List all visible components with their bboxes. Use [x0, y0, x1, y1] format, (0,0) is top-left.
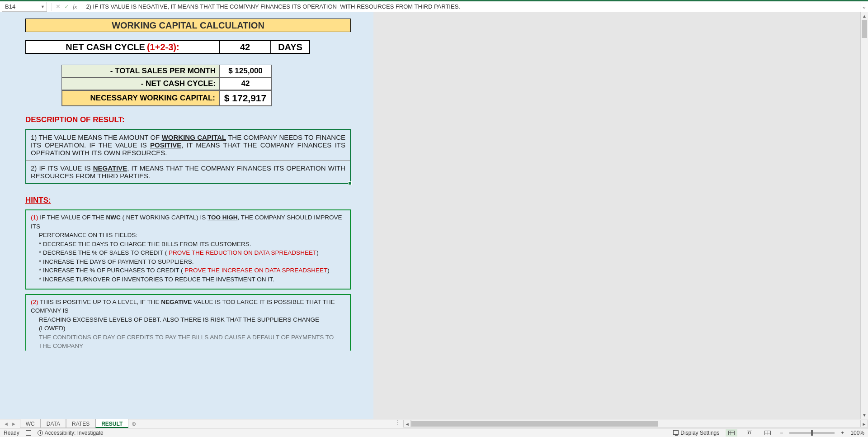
- tab-nav-prev-icon[interactable]: ◄: [4, 421, 9, 427]
- table-row: - TOTAL SALES PER MONTH $ 125,000: [61, 65, 272, 77]
- zoom-level[interactable]: 100%: [850, 430, 864, 436]
- description-block[interactable]: 1) THE VALUE MEANS THE AMOUNT OF WORKING…: [25, 129, 351, 184]
- accessibility-label: Accessibility: Investigate: [45, 430, 104, 436]
- net-cash-cycle-row: NET CASH CYCLE (1+2-3): 42 DAYS: [25, 40, 373, 54]
- hint-line: * DECREASE THE DAYS TO CHARGE THE BILLS …: [39, 240, 345, 249]
- expand-formula-button[interactable]: ⌄: [860, 2, 868, 12]
- scroll-track[interactable]: [411, 420, 860, 428]
- hint-line: REACHING EXCESSIVE LEVELS OF DEBT. ALSO …: [39, 315, 345, 333]
- display-settings-button[interactable]: Display Settings: [673, 430, 719, 436]
- tab-nav-buttons[interactable]: ◄ ►: [0, 419, 20, 428]
- work-area: WORKING CAPITAL CALCULATION NET CASH CYC…: [0, 12, 868, 419]
- worksheet-result[interactable]: WORKING CAPITAL CALCULATION NET CASH CYC…: [0, 12, 373, 419]
- zoom-slider[interactable]: [789, 432, 835, 434]
- tab-nav-next-icon[interactable]: ►: [11, 421, 16, 427]
- hint-line: * INCREASE THE DAYS OF PAYMENT TO SUPPLI…: [39, 257, 345, 266]
- ncc-mini-label: - NET CASH CYCLE:: [61, 77, 220, 90]
- view-page-layout-button[interactable]: [744, 429, 755, 437]
- view-page-break-button[interactable]: [762, 429, 774, 437]
- tab-result[interactable]: RESULT: [95, 419, 128, 428]
- vertical-scrollbar[interactable]: ▲ ▼: [860, 12, 868, 419]
- tab-data[interactable]: DATA: [41, 419, 66, 428]
- hint-line: * INCREASE TURNOVER OF INVENTORIES TO RE…: [39, 275, 345, 284]
- table-row: - NET CASH CYCLE: 42: [61, 77, 272, 90]
- description-2[interactable]: 2) IF ITS VALUE IS NEGATIVE, IT MEANS TH…: [26, 161, 350, 183]
- formula-bar-buttons: ✕ ✓ fx: [52, 3, 80, 11]
- tab-rates[interactable]: RATES: [66, 419, 95, 428]
- horizontal-scrollbar[interactable]: ◄ ►: [403, 419, 868, 428]
- scroll-thumb[interactable]: [862, 20, 867, 38]
- formula-input[interactable]: [84, 2, 860, 12]
- name-box[interactable]: B14 ▼: [2, 2, 47, 12]
- sheet-tabs: WC DATA RATES RESULT: [20, 419, 128, 428]
- macro-record-icon[interactable]: [26, 430, 31, 436]
- total-sales-value: $ 125,000: [220, 65, 272, 77]
- table-row: NECESSARY WORKING CAPITAL: $ 172,917: [61, 90, 272, 106]
- cancel-icon[interactable]: ✕: [56, 3, 61, 10]
- monitor-icon: [673, 430, 679, 435]
- sheet-tab-bar: ◄ ► WC DATA RATES RESULT ⊕ ⋮ ◄ ►: [0, 419, 868, 428]
- description-heading: DESCRIPTION OF RESULT:: [25, 115, 373, 124]
- hint-line: * INCREASE THE % OF PURCHASES TO CREDIT …: [39, 266, 345, 275]
- title-box: WORKING CAPITAL CALCULATION: [25, 19, 351, 32]
- ncc-label-text: NET CASH CYCLE: [66, 42, 145, 52]
- grid-icon: [728, 431, 735, 435]
- tab-spacer: [139, 419, 392, 428]
- hints-block-2[interactable]: (2) THIS IS POSITIVE UP TO A LEVEL, IF T…: [25, 294, 351, 351]
- scroll-right-icon[interactable]: ►: [860, 420, 868, 428]
- chevron-down-icon[interactable]: ▼: [41, 5, 45, 9]
- unused-area: ▲ ▼: [373, 12, 868, 419]
- tab-wc[interactable]: WC: [20, 419, 41, 428]
- nwc-label: NECESSARY WORKING CAPITAL:: [61, 90, 220, 106]
- hint-line: (2) THIS IS POSITIVE UP TO A LEVEL, IF T…: [31, 298, 345, 315]
- total-sales-label: - TOTAL SALES PER MONTH: [61, 65, 220, 77]
- page-break-icon: [764, 431, 771, 435]
- hint-line: (1) IF THE VALUE OF THE NWC ( NET WORKIN…: [31, 213, 345, 231]
- zoom-in-button[interactable]: +: [841, 430, 844, 436]
- scroll-down-icon[interactable]: ▼: [861, 411, 868, 419]
- status-bar: Ready Accessibility: Investigate Display…: [0, 428, 868, 437]
- hint-line: * DECREASE THE % OF SALES TO CREDIT ( PR…: [39, 248, 345, 257]
- add-sheet-button[interactable]: ⊕: [128, 419, 139, 428]
- scroll-thumb[interactable]: [411, 421, 658, 427]
- tab-options-icon[interactable]: ⋮: [392, 419, 403, 428]
- accessibility-icon: [38, 430, 43, 436]
- formula-bar: B14 ▼ ✕ ✓ fx ⌄: [0, 1, 868, 12]
- description-1[interactable]: 1) THE VALUE MEANS THE AMOUNT OF WORKING…: [26, 130, 350, 161]
- status-ready: Ready: [4, 430, 19, 436]
- zoom-out-button[interactable]: −: [780, 430, 783, 436]
- zoom-knob[interactable]: [811, 430, 813, 436]
- mini-table: - TOTAL SALES PER MONTH $ 125,000 - NET …: [61, 65, 272, 106]
- ncc-value: 42: [220, 40, 271, 54]
- hints-block-1[interactable]: (1) IF THE VALUE OF THE NWC ( NET WORKIN…: [25, 209, 351, 290]
- page-icon: [747, 431, 752, 435]
- ncc-label-formula: (1+2-3):: [147, 42, 179, 52]
- hint-line: PERFORMANCE ON THIS FIELDS:: [39, 231, 345, 240]
- scroll-up-icon[interactable]: ▲: [861, 12, 868, 20]
- view-normal-button[interactable]: [726, 429, 737, 437]
- accessibility-status[interactable]: Accessibility: Investigate: [38, 430, 104, 436]
- ncc-label: NET CASH CYCLE (1+2-3):: [25, 40, 220, 54]
- nwc-value: $ 172,917: [220, 90, 272, 106]
- ncc-mini-value: 42: [220, 77, 272, 90]
- hint-line: THE CONDITIONS OF DAY OF CREDITS TO PAY …: [39, 333, 345, 351]
- hints-heading: HINTS:: [25, 196, 373, 205]
- ncc-unit: DAYS: [271, 40, 310, 54]
- separator: [52, 3, 52, 11]
- accept-icon[interactable]: ✓: [64, 3, 69, 10]
- scroll-left-icon[interactable]: ◄: [403, 420, 411, 428]
- fx-icon[interactable]: fx: [73, 3, 77, 10]
- cell-reference: B14: [5, 3, 15, 10]
